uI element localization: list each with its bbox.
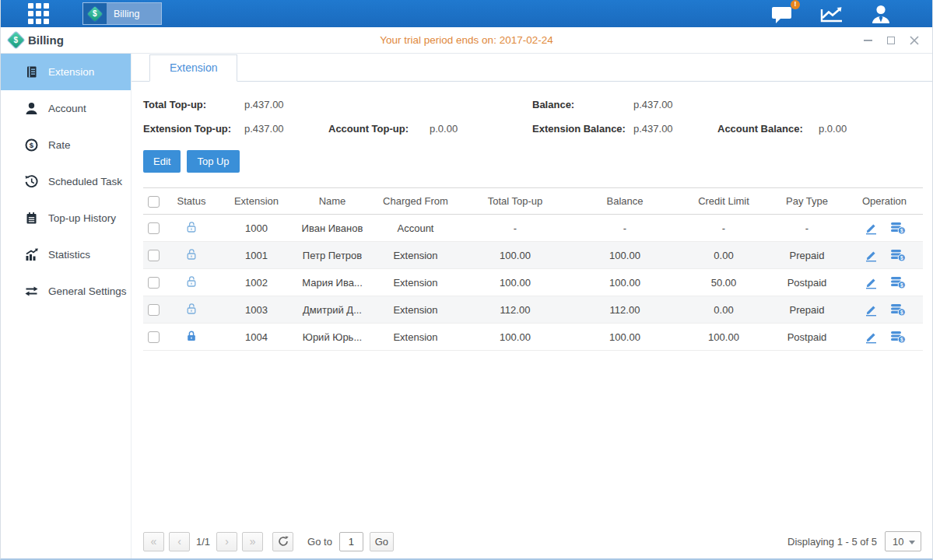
sidebar-item-account[interactable]: Account (1, 90, 131, 127)
cell-name: Дмитрий Д... (293, 296, 371, 324)
lock-status-icon (185, 248, 198, 261)
total-topup-label: Total Top-up: (143, 99, 244, 110)
go-button[interactable]: Go (370, 532, 394, 551)
balance-value: p.437.00 (633, 99, 717, 110)
edit-row-icon[interactable] (864, 249, 878, 262)
pagination-bar: « ‹ 1/1 › » Go to Go Displaying 1 - 5 of… (143, 531, 921, 551)
row-checkbox[interactable] (148, 331, 160, 343)
col-pay-type: Pay Type (768, 188, 846, 215)
page-size-select[interactable]: 10 (885, 531, 921, 551)
cell-pay-type: Prepaid (768, 242, 846, 269)
col-credit-limit: Credit Limit (679, 188, 768, 215)
sidebar-item-rate[interactable]: $ Rate (1, 127, 131, 163)
total-topup-value: p.437.00 (244, 99, 328, 110)
window-title: Billing (28, 33, 64, 47)
messages-icon[interactable]: ! (771, 5, 794, 23)
col-operation: Operation (846, 188, 923, 215)
app-launcher-icon[interactable] (28, 3, 49, 24)
cell-total-topup: - (460, 215, 570, 242)
chevron-down-icon (909, 541, 915, 544)
user-account-icon[interactable] (870, 4, 892, 24)
cell-extension: 1003 (219, 296, 293, 324)
topup-row-icon[interactable]: $ (890, 276, 906, 289)
row-checkbox[interactable] (148, 304, 160, 316)
next-page-button[interactable]: › (216, 532, 237, 551)
extension-topup-value: p.437.00 (244, 123, 328, 135)
sidebar-item-label: Account (48, 103, 86, 114)
cell-balance: - (570, 215, 679, 242)
refresh-button[interactable] (272, 532, 293, 551)
sidebar-item-label: Extension (48, 66, 94, 78)
minimize-icon[interactable] (862, 35, 873, 46)
taskbar-item-billing[interactable]: $ Billing (82, 2, 162, 25)
row-checkbox[interactable] (148, 250, 160, 261)
dollar-circle-icon: $ (25, 138, 38, 152)
table-header-row: Status Extension Name Charged From Total… (143, 188, 923, 215)
edit-row-icon[interactable] (864, 303, 878, 317)
topup-row-icon[interactable]: $ (890, 331, 906, 344)
svg-text:$: $ (900, 228, 903, 234)
cell-total-topup: 112.00 (460, 296, 570, 324)
cell-charged-from: Extension (371, 269, 460, 296)
cell-name: Иван Иванов (293, 215, 371, 242)
table-row: 1004 Юрий Юрь... Extension 100.00 100.00… (143, 324, 923, 351)
col-extension: Extension (219, 188, 293, 215)
goto-page-input[interactable] (339, 532, 363, 551)
sidebar-item-statistics[interactable]: Statistics (1, 236, 131, 273)
maximize-icon[interactable] (886, 35, 896, 46)
cell-pay-type: Postpaid (768, 269, 846, 296)
main-content: Extension Total Top-up: p.437.00 Extensi… (132, 54, 932, 558)
edit-button[interactable]: Edit (143, 150, 181, 173)
displaying-text: Displaying 1 - 5 of 5 (787, 536, 877, 548)
extension-balance-label: Extension Balance: (532, 123, 633, 135)
cell-credit-limit: 100.00 (679, 324, 768, 351)
topup-row-icon[interactable]: $ (890, 303, 906, 317)
col-total-topup: Total Top-up (460, 188, 570, 215)
topup-row-icon[interactable]: $ (890, 249, 906, 262)
cell-charged-from: Account (371, 215, 460, 242)
close-icon[interactable] (909, 35, 920, 46)
account-topup-label: Account Top-up: (328, 123, 430, 135)
ledger-icon (25, 65, 38, 79)
account-balance-label: Account Balance: (717, 123, 819, 135)
prev-page-button[interactable]: ‹ (169, 532, 190, 551)
sidebar-item-scheduled-task[interactable]: Scheduled Task (1, 163, 131, 200)
taskbar-item-label: Billing (114, 9, 139, 19)
row-checkbox[interactable] (148, 277, 160, 289)
cell-name: Юрий Юрь... (293, 324, 371, 351)
cell-extension: 1000 (219, 215, 293, 242)
cell-total-topup: 100.00 (460, 242, 570, 269)
account-balance-value: p.0.00 (819, 123, 903, 135)
row-checkbox[interactable] (148, 222, 160, 234)
reports-chart-icon[interactable] (819, 5, 844, 23)
sidebar-item-label: Statistics (48, 249, 90, 261)
edit-row-icon[interactable] (864, 222, 878, 235)
svg-text:$: $ (900, 255, 903, 261)
sidebar-item-extension[interactable]: Extension (1, 54, 131, 90)
window-title-group: $ Billing (1, 33, 64, 47)
goto-label: Go to (307, 536, 332, 548)
cell-charged-from: Extension (371, 242, 460, 269)
table-row: 1001 Петр Петров Extension 100.00 100.00… (143, 242, 923, 269)
desktop-topbar: $ Billing ! (1, 0, 932, 27)
first-page-button[interactable]: « (143, 532, 164, 551)
edit-row-icon[interactable] (864, 331, 878, 344)
lock-status-icon (185, 221, 198, 233)
last-page-button[interactable]: » (242, 532, 263, 551)
page-size-value: 10 (893, 536, 903, 548)
sidebar-item-topup-history[interactable]: Top-up History (1, 200, 131, 236)
edit-row-icon[interactable] (864, 276, 878, 289)
col-charged-from: Charged From (371, 188, 460, 215)
cell-credit-limit: 0.00 (679, 296, 768, 324)
cell-name: Петр Петров (293, 242, 371, 269)
col-name: Name (293, 188, 371, 215)
sliders-icon (25, 285, 38, 298)
tab-extension[interactable]: Extension (149, 54, 237, 82)
sidebar-item-general-settings[interactable]: General Settings (1, 273, 131, 310)
table-row: 1000 Иван Иванов Account - - - - $ (143, 215, 923, 242)
svg-text:$: $ (900, 337, 903, 343)
topup-button[interactable]: Top Up (187, 150, 239, 173)
clock-history-icon (25, 175, 38, 188)
select-all-checkbox[interactable] (148, 196, 160, 208)
topup-row-icon[interactable]: $ (890, 222, 906, 235)
